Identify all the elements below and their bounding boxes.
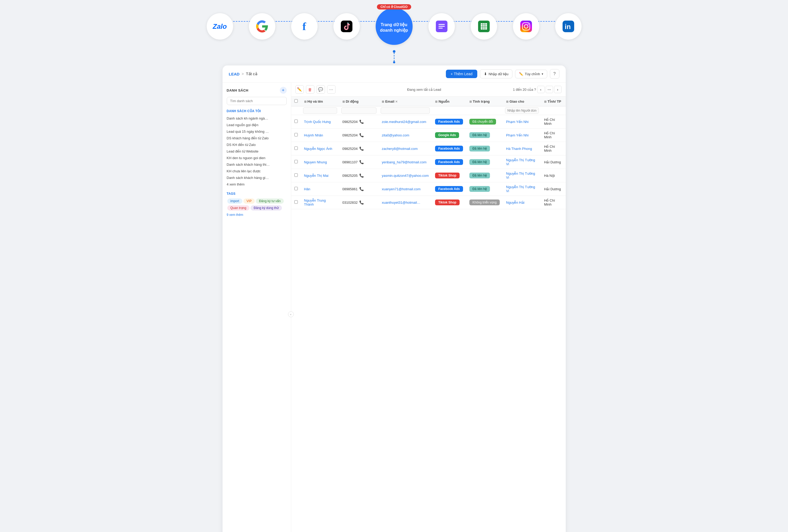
row-city: Hải Dương [544,160,561,164]
row-status-cell: Đã liên hệ [466,142,503,156]
phone-icon[interactable]: 📞 [359,173,364,178]
logo-item-linkedin[interactable]: in [555,13,582,40]
sidebar-item[interactable]: Danh sách khách hàng gi… [227,175,287,181]
help-button[interactable]: ? [550,69,559,79]
phone-cell: 08981107📞 [342,160,375,164]
logo-item-center[interactable]: Chỉ có ở CloudGO Trang dữ liệu doanh ngh… [376,8,413,45]
search-input[interactable] [227,97,287,105]
column-header-phone[interactable]: ⊞Di động [339,97,378,106]
sidebar-collapse-button[interactable]: ‹ [288,311,294,317]
sidebar-item[interactable]: Danh sách khách hàng thi… [227,161,287,168]
row-name[interactable]: Hân [304,187,311,191]
row-checkbox[interactable] [294,146,298,150]
row-name-cell: Hân [301,182,339,196]
row-checkbox[interactable] [294,187,298,190]
row-assigned[interactable]: Nguyễn Thị Tường Vi [506,171,535,180]
more-pages-button[interactable]: ⋯ [546,86,553,93]
sidebar-item[interactable]: Lead quá 15 ngày không … [227,128,287,135]
logo-item-google[interactable] [249,13,275,40]
tag-item[interactable]: Quan trọng [227,205,250,210]
filter-input-email[interactable] [381,107,430,114]
comment-action-button[interactable]: 💬 [316,85,325,94]
row-assigned[interactable]: Nguyễn Hải [506,201,524,205]
phone-icon[interactable]: 📞 [359,160,364,164]
sidebar-item[interactable]: Lead nguồn gọi điện [227,122,287,128]
phone-icon[interactable]: 📞 [359,133,364,137]
row-name[interactable]: Huỳnh Nhân [304,133,323,137]
delete-action-button[interactable]: 🗑 [306,85,314,94]
row-assigned[interactable]: Hà Thanh Phong [506,147,532,151]
column-header-email[interactable]: ⊞Email ✕ [378,97,432,106]
google-logo-circle [249,13,275,40]
top-section: Zalo f [5,5,783,45]
breadcrumb-lead[interactable]: LEAD [229,72,240,76]
phone-icon[interactable]: 📞 [359,120,364,124]
row-email[interactable]: zachery8@hotmail.com [382,147,418,151]
tag-item[interactable]: Đăng ký dùng thử [251,205,282,210]
select-all-checkbox[interactable] [294,99,298,103]
row-email[interactable]: yenbang_ha79@hotmail.com [382,160,426,164]
sidebar-add-button[interactable]: + [280,87,287,94]
row-email[interactable]: xuanthuyet31@hotmail… [382,201,420,205]
sidebar-item[interactable]: Lead đến từ Website [227,148,287,155]
sidebar-item[interactable]: DS KH đến từ Zalo [227,141,287,148]
row-city: Hà Nội [544,173,555,178]
row-assigned[interactable]: Nguyễn Thị Tường Vi [506,158,535,166]
row-phone: 03102832 [342,201,358,205]
logo-item-facebook[interactable]: f [291,13,318,40]
row-assigned[interactable]: Phạm Yến Nhi [506,133,529,137]
row-checkbox[interactable] [294,160,298,163]
row-email[interactable]: zoie.medhurst24@gmail.com [382,120,426,124]
row-checkbox[interactable] [294,200,298,204]
row-name[interactable]: Nguyễn Thị Mai [304,173,329,178]
phone-cell: 09825205📞 [342,173,375,178]
row-checkbox[interactable] [294,133,298,137]
add-lead-button[interactable]: + Thêm Lead [446,70,477,78]
filter-input-name[interactable] [303,107,337,114]
import-button[interactable]: ⬇ Nhập dữ liệu [480,69,512,78]
column-header-status[interactable]: ⊞Tình trạng [466,97,503,106]
logo-item-tiktok[interactable] [333,13,360,40]
column-header-city[interactable]: ⊞Tỉnh/ TP [541,97,566,106]
row-assigned[interactable]: Nguyễn Thị Tường Vi [506,185,535,193]
phone-icon[interactable]: 📞 [359,200,364,205]
tag-item[interactable]: VIP [243,199,255,204]
column-header-assigned[interactable]: ⊞Giao cho [503,97,541,106]
row-name[interactable]: Nguyễn Trung Thành [304,199,326,206]
filter-input-assigned[interactable] [505,107,539,114]
phone-icon[interactable]: 📞 [359,187,364,191]
row-name[interactable]: Trịnh Quốc Hưng [304,120,331,124]
see-more-link[interactable]: 9 xem thêm [227,213,287,217]
column-header-source[interactable]: ⊞Nguồn [432,97,466,106]
email-close-icon[interactable]: ✕ [395,100,398,103]
logo-item-form[interactable] [429,13,455,40]
edit-action-button[interactable]: ✏️ [295,85,304,94]
logo-item-instagram[interactable] [513,13,539,40]
more-action-button[interactable]: ⋯ [327,85,336,94]
prev-page-button[interactable]: ‹ [537,86,545,93]
tag-item[interactable]: Đăng ký tư vấn [256,199,284,204]
row-name[interactable]: Nguyễn Ngọc Ánh [304,147,332,151]
sidebar-item[interactable]: Danh sách kh ngành ngà… [227,115,287,122]
sidebar-item[interactable]: 4 xem thêm [227,181,287,188]
row-checkbox[interactable] [294,120,298,123]
row-name[interactable]: Nguyen Nhung [304,160,327,164]
row-email[interactable]: xuanyen71@hotmail.com [382,187,420,191]
tag-item[interactable]: import [227,199,242,204]
source-badge: Facebook Ads [435,186,463,192]
sidebar-item[interactable]: KH den tu nguon goi dien [227,155,287,161]
sidebar-item[interactable]: KH chưa liên lạc được [227,168,287,175]
row-email[interactable]: yasmin.quitzon47@yahoo.com [382,173,429,178]
column-header-name[interactable]: ⊞Họ và tên [301,97,339,106]
customize-button[interactable]: ✏️ Tùy chỉnh ▾ [515,70,547,78]
row-email[interactable]: zita0@yahoo.com [382,133,409,137]
filter-input-phone[interactable] [341,107,376,114]
phone-icon[interactable]: 📞 [359,146,364,151]
next-page-button[interactable]: › [554,86,562,93]
logo-item-zalo[interactable]: Zalo [207,13,233,40]
row-checkbox[interactable] [294,173,298,177]
row-assigned[interactable]: Phạm Yến Nhi [506,120,529,124]
sidebar-item[interactable]: DS khách hàng đến từ Zalo [227,135,287,141]
logo-item-sheets[interactable] [471,13,497,40]
status-badge: Đã liên hệ [469,146,490,151]
